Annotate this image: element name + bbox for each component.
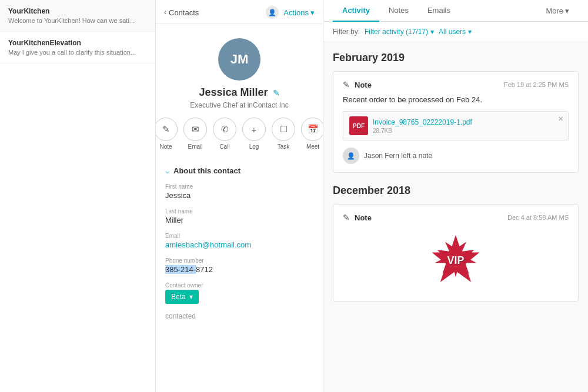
activity-type-label-dec: Note (355, 213, 372, 222)
meet-label: Meet (306, 143, 319, 150)
phone-label: Phone number (165, 257, 313, 264)
contacted-label: contacted (165, 312, 313, 320)
activity-type: ✎ Note (343, 80, 372, 89)
attachment-name[interactable]: Invoice_98765_02222019-1.pdf (373, 118, 472, 126)
chat-item-preview: Welcome to YourKitchen! How can we sati.… (8, 17, 147, 24)
filter-activity-button[interactable]: Filter activity (17/17) ▾ (365, 28, 434, 36)
last-name-value: Miller (165, 216, 313, 225)
action-icon-log[interactable]: + Log (242, 118, 266, 150)
owner-btn-label: Beta (171, 293, 186, 301)
last-name-label: Last name (165, 208, 313, 215)
contact-name: Jessica Miller (199, 86, 268, 99)
tab-notes[interactable]: Notes (379, 0, 418, 22)
action-icon-call[interactable]: ✆ Call (213, 118, 236, 150)
action-icon-note[interactable]: ✎ Note (156, 118, 178, 150)
log-icon: + (242, 118, 266, 141)
email-icon: ✉ (183, 118, 207, 141)
last-name-field: Last name Miller (165, 208, 313, 225)
action-icon-task[interactable]: ☐ Task (272, 118, 295, 150)
filter-by-label: Filter by: (333, 28, 360, 36)
filter-users-button[interactable]: All users ▾ (439, 28, 472, 36)
month-heading-dec: December 2018 (333, 185, 579, 197)
chat-item-name: YourKitchenElevation (8, 39, 147, 47)
author-text: Jason Fern left a note (364, 152, 432, 160)
chat-item[interactable]: YourKitchen Welcome to YourKitchen! How … (0, 0, 155, 32)
email-label: Email (165, 233, 313, 239)
tab-more[interactable]: More ▾ (536, 0, 579, 21)
chevron-left-icon: ‹ (164, 8, 166, 16)
author-row: 👤 Jason Fern left a note (343, 148, 569, 164)
activity-note-text: Recent order to be processed on Feb 24. (343, 95, 569, 104)
month-february-2019: February 2019 ✎ Note Feb 19 at 2:25 PM M… (333, 52, 579, 173)
about-chevron-icon: ⌵ (165, 166, 170, 175)
actions-label: Actions (283, 8, 309, 17)
back-label: Contacts (169, 8, 199, 17)
edit-name-icon[interactable]: ✎ (273, 88, 280, 98)
activity-type-label: Note (355, 81, 372, 89)
note-icon: ✎ (156, 118, 178, 141)
contact-avatar-section: JM Jessica Miller ✎ Executive Chef at in… (156, 24, 323, 160)
activity-card-header-dec: ✎ Note Dec 4 at 8:58 AM MS (343, 213, 569, 222)
contact-owner-field: Contact owner Beta ▾ (165, 282, 313, 304)
activity-timestamp-dec: Dec 4 at 8:58 AM MS (507, 214, 569, 221)
note-icon: ✎ (343, 80, 350, 89)
activity-card: ✎ Note Feb 19 at 2:25 PM MS Recent order… (333, 71, 579, 173)
month-heading-feb: February 2019 (333, 52, 579, 64)
attachment-box: PDF Invoice_98765_02222019-1.pdf 28.7KB … (343, 111, 569, 140)
contact-owner-button[interactable]: Beta ▾ (165, 290, 199, 304)
tab-emails[interactable]: Emails (418, 0, 460, 22)
email-field: Email amiesbach@hotmail.com (165, 233, 313, 249)
first-name-field: First name Jessica (165, 183, 313, 200)
activity-panel: Activity Notes Emails More ▾ Filter by: … (323, 0, 588, 392)
vip-container: VIP (343, 228, 569, 293)
pdf-icon: PDF (349, 116, 368, 135)
owner-chevron-icon: ▾ (189, 293, 193, 301)
more-chevron-icon: ▾ (565, 6, 569, 15)
activity-type-dec: ✎ Note (343, 213, 372, 222)
activity-timestamp: Feb 19 at 2:25 PM MS (504, 81, 569, 88)
chevron-down-icon: ▾ (310, 8, 315, 17)
month-december-2018: December 2018 ✎ Note Dec 4 at 8:58 AM MS (333, 185, 579, 301)
action-icon-email[interactable]: ✉ Email (183, 118, 207, 150)
back-button[interactable]: ‹ Contacts (164, 8, 199, 17)
author-avatar: 👤 (343, 148, 359, 164)
about-section: ⌵ About this contact First name Jessica … (156, 160, 323, 326)
action-icons: ✎ Note ✉ Email ✆ Call + Log ☐ Task 📅 Mee… (165, 118, 313, 150)
activity-card-dec: ✎ Note Dec 4 at 8:58 AM MS VIP (333, 204, 579, 301)
first-name-label: First name (165, 183, 313, 190)
about-title: About this contact (173, 166, 240, 175)
filter-bar: Filter by: Filter activity (17/17) ▾ All… (323, 22, 588, 42)
contact-header: ‹ Contacts 👤 Actions ▾ (156, 0, 323, 24)
meet-icon: 📅 (301, 118, 323, 141)
chat-panel: YourKitchen Welcome to YourKitchen! How … (0, 0, 156, 392)
action-icon-meet[interactable]: 📅 Meet (301, 118, 323, 150)
tabs-bar: Activity Notes Emails More ▾ (323, 0, 588, 22)
more-label: More (546, 6, 563, 15)
call-icon: ✆ (213, 118, 236, 141)
attachment-size: 28.7KB (373, 128, 472, 134)
attachment-close-icon[interactable]: ✕ (558, 115, 563, 123)
tab-activity[interactable]: Activity (333, 0, 379, 22)
filter-activity-chevron: ▾ (430, 28, 434, 36)
contact-title: Executive Chef at inContact Inc (165, 101, 313, 109)
call-label: Call (219, 143, 229, 150)
phone-value: 385-214-8712 (165, 265, 313, 274)
activity-card-header: ✎ Note Feb 19 at 2:25 PM MS (343, 80, 569, 89)
person-icon: 👤 (266, 6, 279, 19)
task-icon: ☐ (272, 118, 295, 141)
chat-item-name: YourKitchen (8, 7, 147, 15)
filter-users-chevron: ▾ (468, 28, 472, 36)
note-label: Note (159, 143, 172, 150)
actions-button[interactable]: Actions ▾ (283, 8, 315, 17)
vip-badge: VIP (429, 234, 482, 287)
log-label: Log (249, 143, 259, 150)
first-name-value: Jessica (165, 191, 313, 200)
avatar: JM (218, 38, 260, 81)
contact-name-row: Jessica Miller ✎ (165, 86, 313, 99)
vip-text: VIP (447, 254, 464, 267)
chat-item[interactable]: YourKitchenElevation May I give you a ca… (0, 32, 155, 63)
email-value[interactable]: amiesbach@hotmail.com (165, 240, 313, 249)
phone-field: Phone number 385-214-8712 (165, 257, 313, 274)
contact-owner-label: Contact owner (165, 282, 313, 289)
about-header[interactable]: ⌵ About this contact (165, 166, 313, 175)
